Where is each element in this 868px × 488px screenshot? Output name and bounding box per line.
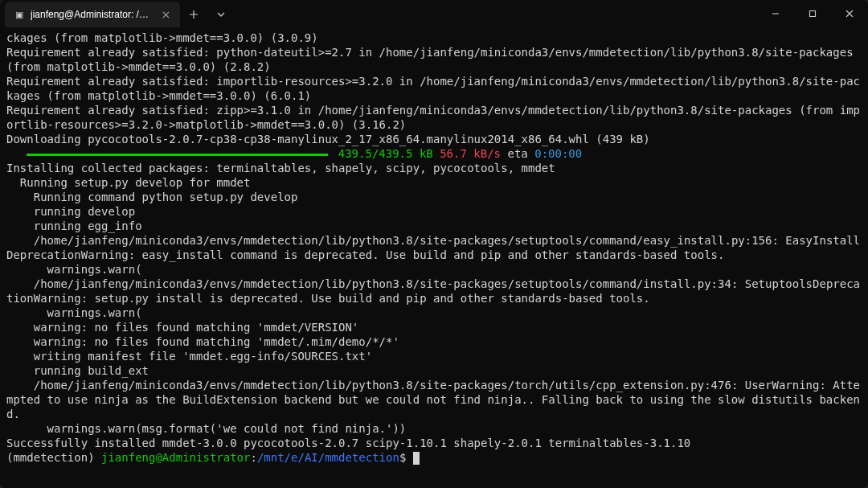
output-line: running build_ext — [6, 364, 149, 377]
window-controls — [757, 0, 868, 27]
terminal-icon: ▣ — [13, 8, 26, 21]
terminal-viewport[interactable]: ckages (from matplotlib->mmdet==3.0.0) (… — [0, 27, 868, 488]
tab-dropdown-button[interactable] — [207, 2, 235, 27]
output-line: /home/jianfeng/miniconda3/envs/mmdetecti… — [6, 234, 860, 261]
prompt-env: mmdetection — [13, 451, 88, 464]
output-line: Requirement already satisfied: importlib… — [6, 75, 860, 102]
tab-close-button[interactable] — [159, 8, 172, 21]
active-tab[interactable]: ▣ jianfeng@Administrator: /mn — [5, 2, 180, 27]
prompt-env-close: ) — [88, 451, 101, 464]
output-line: running egg_info — [6, 219, 142, 232]
prompt-sigil: $ — [399, 451, 413, 464]
prompt-line: (mmdetection) jianfeng@Administrator:/mn… — [6, 451, 420, 464]
output-line: Downloading pycocotools-2.0.7-cp38-cp38-… — [6, 133, 650, 146]
output-line: ckages (from matplotlib->mmdet==3.0.0) (… — [6, 31, 318, 44]
svg-rect-0 — [810, 11, 816, 17]
output-line: writing manifest file 'mmdet.egg-info/SO… — [6, 350, 372, 363]
new-tab-button[interactable] — [180, 2, 207, 27]
output-line: Running setup.py develop for mmdet — [6, 176, 250, 189]
prompt-cwd: /mnt/e/AI/mmdetection — [257, 451, 399, 464]
output-line: Requirement already satisfied: zipp>=3.1… — [6, 104, 860, 131]
output-line: warnings.warn(msg.format('we could not f… — [6, 422, 406, 435]
output-line: Requirement already satisfied: python-da… — [6, 46, 860, 73]
terminal-window: ▣ jianfeng@Administrator: /mn ckages ( — [0, 0, 868, 488]
terminal-output: ckages (from matplotlib->mmdet==3.0.0) (… — [6, 31, 862, 465]
output-line: Running command python setup.py develop — [6, 191, 297, 203]
progress-line: 439.5/439.5 kB 56.7 kB/s eta 0:00:00 — [6, 147, 582, 160]
prompt-user-host: jianfeng@Administrator — [101, 451, 250, 464]
progress-speed: 56.7 kB/s — [440, 147, 501, 160]
output-line: /home/jianfeng/miniconda3/envs/mmdetecti… — [6, 379, 860, 420]
progress-bytes: 439.5/439.5 kB — [338, 147, 433, 160]
cursor[interactable] — [413, 452, 420, 465]
progress-bar — [27, 154, 328, 156]
output-line: running develop — [6, 205, 135, 218]
maximize-button[interactable] — [794, 0, 831, 27]
tab-title: jianfeng@Administrator: /mn — [31, 9, 151, 20]
output-line: warning: no files found matching 'mmdet/… — [6, 335, 399, 348]
output-line: warnings.warn( — [6, 263, 142, 276]
titlebar: ▣ jianfeng@Administrator: /mn — [0, 0, 868, 27]
output-line: Installing collected packages: terminalt… — [6, 162, 555, 174]
close-button[interactable] — [831, 0, 868, 27]
output-line: warning: no files found matching 'mmdet/… — [6, 321, 358, 334]
progress-eta-value: 0:00:00 — [534, 147, 582, 160]
prompt-sep: : — [250, 451, 256, 464]
progress-eta-label: eta — [507, 147, 527, 160]
output-line: warnings.warn( — [6, 306, 142, 319]
output-line: /home/jianfeng/miniconda3/envs/mmdetecti… — [6, 277, 860, 305]
output-line: Successfully installed mmdet-3.0.0 pycoc… — [6, 437, 690, 449]
minimize-button[interactable] — [757, 0, 794, 27]
